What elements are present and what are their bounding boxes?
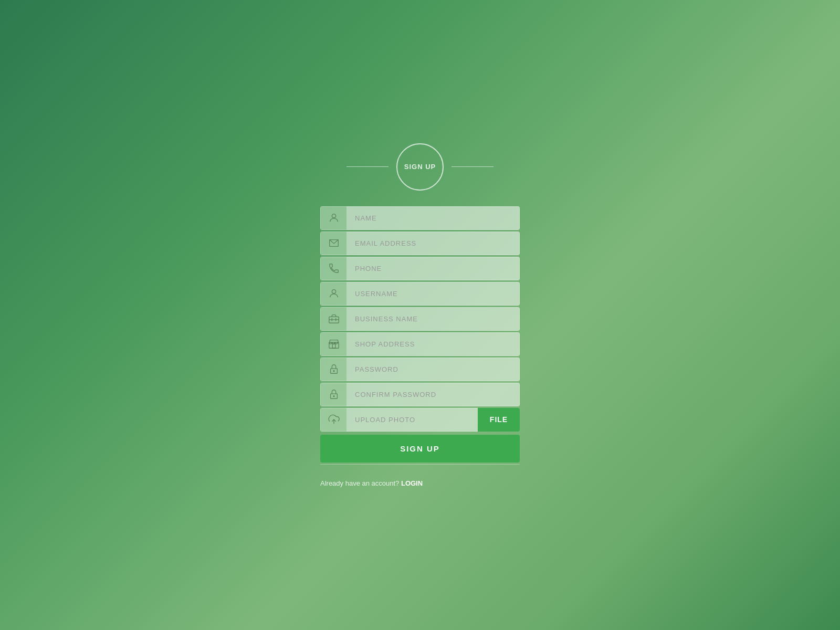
confirm-password-input[interactable] [346, 383, 520, 406]
upload-icon [320, 408, 346, 432]
svg-point-12 [333, 396, 334, 397]
form-fields: UPLOAD PHOTO FILE SIGN UP Already have a… [320, 206, 520, 487]
signup-form-container: SIGN UP [320, 143, 520, 487]
confirm-password-field-row [320, 383, 520, 406]
signup-button[interactable]: SIGN UP [320, 435, 520, 463]
user-icon [320, 206, 346, 230]
login-prompt: Already have an account? LOGIN [320, 479, 520, 487]
password-lock-icon [320, 358, 346, 381]
shop-address-input[interactable] [346, 332, 520, 356]
bottom-divider [320, 464, 520, 465]
business-name-field-row [320, 307, 520, 331]
name-field-row [320, 206, 520, 230]
password-field-row [320, 358, 520, 381]
phone-field-row [320, 257, 520, 280]
upload-photo-label: UPLOAD PHOTO [346, 408, 478, 432]
shop-address-field-row [320, 332, 520, 356]
username-icon [320, 282, 346, 306]
header-line-right [452, 166, 494, 167]
password-input[interactable] [346, 358, 520, 381]
svg-point-2 [332, 290, 335, 293]
svg-point-0 [332, 214, 335, 218]
header-line-left [346, 166, 388, 167]
svg-point-10 [333, 371, 334, 372]
business-name-input[interactable] [346, 307, 520, 331]
form-header: SIGN UP [320, 143, 520, 191]
upload-photo-row: UPLOAD PHOTO FILE [320, 408, 520, 432]
username-field-row [320, 282, 520, 306]
file-button[interactable]: FILE [478, 408, 520, 432]
confirm-password-lock-icon [320, 383, 346, 406]
email-icon [320, 232, 346, 255]
svg-rect-8 [332, 344, 335, 348]
username-input[interactable] [346, 282, 520, 306]
shop-icon [320, 332, 346, 356]
signup-circle: SIGN UP [396, 143, 444, 191]
name-input[interactable] [346, 206, 520, 230]
briefcase-icon [320, 307, 346, 331]
login-link[interactable]: LOGIN [401, 479, 423, 487]
signup-circle-text: SIGN UP [404, 163, 436, 171]
phone-input[interactable] [346, 257, 520, 280]
email-input[interactable] [346, 232, 520, 255]
phone-icon [320, 257, 346, 280]
email-field-row [320, 232, 520, 255]
